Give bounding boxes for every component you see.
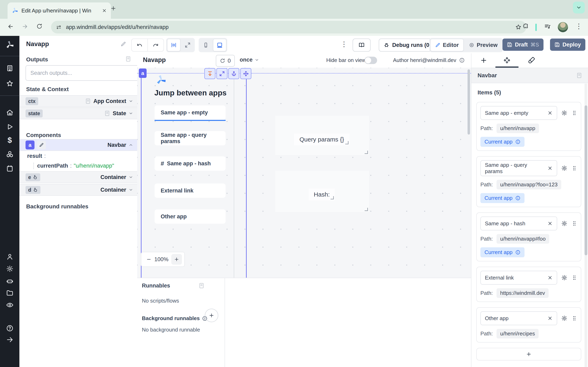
state-row[interactable]: state State — [19, 108, 137, 119]
site-settings-icon[interactable] — [56, 25, 61, 30]
tab-close-icon[interactable] — [102, 8, 107, 13]
outputs-doc-icon[interactable] — [125, 56, 131, 62]
extensions-icon[interactable] — [523, 23, 529, 29]
author-info-icon[interactable] — [459, 58, 465, 63]
add-background-runnable-button[interactable] — [205, 309, 218, 322]
item-drag-handle-icon[interactable] — [571, 165, 577, 171]
remove-item-icon[interactable] — [547, 316, 553, 321]
component-row-container-d[interactable]: d Container — [19, 184, 137, 196]
more-options-icon[interactable]: ⋮ — [341, 40, 347, 48]
item-settings-icon[interactable] — [561, 220, 567, 226]
window-chevron-button[interactable] — [573, 2, 585, 13]
browser-tab[interactable]: Edit App u/henri/navapp | Win — [8, 2, 111, 19]
help-icon[interactable] — [0, 325, 19, 332]
editor-mode-button[interactable]: Editor — [430, 39, 464, 51]
undo-button[interactable] — [132, 39, 147, 51]
favorites-icon[interactable] — [0, 80, 19, 87]
refresh-button[interactable]: 0 — [216, 55, 235, 67]
zoom-in-button[interactable] — [171, 254, 182, 265]
query-params-text-box[interactable]: Query params {} — [294, 133, 350, 145]
bookmark-star-icon[interactable] — [515, 24, 521, 30]
browser-menu-icon[interactable]: ⋮ — [575, 22, 582, 30]
item-drag-handle-icon[interactable] — [571, 110, 577, 116]
canvas-scrollbar[interactable] — [467, 69, 470, 134]
navbar-chevron-icon[interactable] — [129, 143, 133, 147]
tab-settings[interactable] — [503, 57, 511, 64]
item-label-field[interactable]: Same app - empty — [480, 106, 557, 120]
ctx-row[interactable]: ctx App Context — [19, 95, 137, 107]
item-label-field[interactable]: External link — [480, 271, 557, 285]
expand-rail-icon[interactable] — [0, 336, 19, 343]
draft-button[interactable]: Draft ⌘S — [502, 39, 544, 51]
debug-runs-button[interactable]: Debug runs (0) — [379, 39, 436, 52]
rename-pencil-icon[interactable] — [121, 41, 126, 47]
scroll-into-view-handle[interactable] — [204, 68, 215, 79]
panel-scrollbar-thumb[interactable] — [585, 105, 587, 255]
back-icon[interactable] — [7, 23, 14, 30]
nav-button-hash[interactable]: #Same app - hash — [155, 156, 226, 171]
remove-item-icon[interactable] — [547, 221, 553, 226]
zoom-out-button[interactable] — [146, 257, 151, 262]
runs-icon[interactable] — [0, 123, 19, 131]
item-label-field[interactable]: Same app - hash — [480, 217, 557, 230]
workers-robot-icon[interactable] — [0, 277, 19, 285]
current-app-info-icon[interactable] — [515, 139, 520, 144]
folders-icon[interactable] — [0, 289, 19, 296]
query-params-container[interactable]: Query params {} — [275, 116, 369, 155]
resize-corner-icon[interactable] — [330, 196, 334, 200]
hash-text-box[interactable]: Hash: — [309, 189, 335, 200]
mobile-view-button[interactable] — [199, 39, 212, 51]
refresh-mode-dropdown[interactable]: once — [240, 57, 259, 63]
redo-button[interactable] — [147, 39, 164, 51]
nav-button-query-params[interactable]: Same app - query params — [155, 131, 226, 145]
reload-icon[interactable] — [36, 23, 43, 29]
schedules-icon[interactable] — [0, 165, 19, 172]
fullwidth-layout-button[interactable] — [181, 39, 194, 51]
anchor-handle[interactable] — [228, 68, 239, 79]
item-label-field[interactable]: Same app - query params — [480, 160, 557, 176]
search-outputs-input[interactable]: Search outputs... — [26, 65, 141, 81]
item-settings-icon[interactable] — [561, 275, 567, 281]
hide-bar-toggle[interactable] — [364, 57, 377, 64]
container-d-chevron-icon[interactable] — [129, 188, 133, 192]
nav-button-same-app-empty[interactable]: Same app - empty — [155, 105, 226, 120]
component-doc-icon[interactable] — [576, 72, 582, 78]
runnables-doc-icon[interactable] — [199, 283, 205, 289]
nav-button-external-link[interactable]: External link — [155, 184, 226, 198]
current-app-info-icon[interactable] — [515, 196, 520, 201]
item-drag-handle-icon[interactable] — [571, 275, 577, 281]
centered-layout-button[interactable] — [167, 39, 181, 51]
resize-corner-icon[interactable] — [345, 141, 348, 144]
current-app-info-icon[interactable] — [515, 250, 520, 255]
expand-handle[interactable] — [216, 68, 227, 79]
navbar-edit-pencil-icon[interactable] — [37, 141, 46, 150]
hash-container[interactable]: Hash: — [275, 171, 369, 212]
app-canvas[interactable]: a Jump between apps Same app - empty Sam… — [137, 68, 471, 278]
move-handle[interactable] — [240, 68, 251, 79]
settings-gear-icon[interactable] — [0, 265, 19, 272]
item-drag-handle-icon[interactable] — [571, 221, 577, 226]
state-chevron-icon[interactable] — [129, 111, 133, 116]
nav-button-other-app[interactable]: Other app — [155, 209, 226, 224]
variables-icon[interactable]: $ — [0, 136, 19, 144]
audit-eye-icon[interactable] — [0, 301, 19, 309]
docs-button[interactable] — [353, 39, 371, 52]
remove-item-icon[interactable] — [547, 110, 553, 116]
ctx-chevron-icon[interactable] — [129, 99, 133, 103]
users-icon[interactable] — [0, 253, 19, 260]
component-row-container-e[interactable]: e Container — [19, 171, 137, 183]
home-icon[interactable] — [0, 109, 19, 116]
item-settings-icon[interactable] — [561, 110, 567, 116]
resources-icon[interactable] — [0, 150, 19, 158]
deploy-button[interactable]: Deploy — [550, 39, 585, 51]
add-navbar-item-button[interactable] — [476, 348, 581, 360]
container-e-chevron-icon[interactable] — [129, 175, 133, 179]
resize-corner-icon[interactable] — [365, 208, 368, 211]
item-label-field[interactable]: Other app — [480, 311, 557, 325]
new-tab-button[interactable] — [110, 5, 116, 11]
tab-styling[interactable] — [528, 57, 535, 64]
item-settings-icon[interactable] — [561, 165, 567, 171]
tab-insert[interactable] — [480, 57, 487, 64]
remove-item-icon[interactable] — [547, 166, 553, 171]
resize-corner-icon[interactable] — [365, 151, 368, 154]
